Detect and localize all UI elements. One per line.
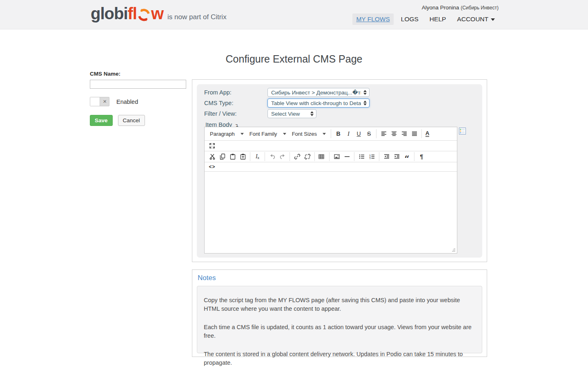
fullscreen-button[interactable] [207, 141, 217, 151]
select-arrows-icon [363, 101, 367, 105]
text-color-button[interactable]: A [424, 129, 434, 139]
resize-handle-icon[interactable] [451, 248, 456, 252]
indent-icon [394, 153, 400, 160]
toggle-knob [90, 97, 100, 106]
pilcrow-button[interactable]: ¶ [416, 152, 427, 162]
notes-paragraph: The content is stored in a global conten… [204, 350, 475, 367]
redo-icon [279, 153, 286, 160]
enabled-toggle[interactable]: × [90, 97, 109, 106]
undo-button[interactable] [267, 152, 277, 162]
notes-panel: Notes Copy the script tag from the MY FL… [192, 269, 487, 357]
align-left-button[interactable] [379, 129, 389, 139]
align-center-icon [391, 130, 397, 137]
svg-text:3: 3 [369, 157, 370, 159]
select-arrows-icon [363, 90, 367, 95]
blockquote-button[interactable]: “ [402, 152, 412, 162]
blockquote-icon: “ [404, 157, 409, 161]
toolbar-separator [314, 152, 315, 161]
cancel-button[interactable]: Cancel [118, 115, 145, 126]
notes-paragraph: Copy the script tag from the MY FLOWS pa… [204, 296, 475, 313]
from-app-label: From App: [204, 89, 267, 96]
numbered-list-icon: 123 [369, 153, 375, 160]
toolbar-separator [354, 152, 354, 161]
font-sizes-dropdown[interactable]: Font Sizes [289, 129, 329, 139]
page-title: Configure External CMS Page [0, 53, 588, 65]
align-center-button[interactable] [389, 129, 399, 139]
redo-button[interactable] [277, 152, 287, 162]
filter-view-label: Filter / View: [204, 110, 267, 117]
italic-button[interactable]: I [343, 129, 354, 139]
filter-view-select[interactable]: Select View [267, 109, 316, 118]
image-button[interactable] [332, 152, 342, 162]
align-right-icon [401, 130, 408, 137]
unlink-button[interactable] [302, 152, 312, 162]
editor-content-area[interactable] [205, 172, 457, 253]
logo-text-red: fl [128, 4, 137, 23]
bullet-list-button[interactable] [356, 152, 367, 162]
text-color-icon: A [425, 130, 430, 137]
user-org: (Сибирь Инвест) [461, 5, 499, 11]
account-caret-icon [491, 18, 495, 21]
chevron-down-icon [241, 133, 244, 135]
logo-text-red2: w [151, 4, 163, 23]
from-app-select[interactable]: Сибирь Инвест > Демонстрац...�тво [267, 88, 370, 97]
cut-icon [209, 153, 216, 160]
source-code-button[interactable]: <> [207, 162, 217, 172]
font-family-dropdown[interactable]: Font Family [247, 129, 289, 139]
toolbar-separator [265, 152, 265, 161]
remove-format-button[interactable]: Ix [252, 152, 263, 162]
nav-item-logs[interactable]: LOGS [397, 13, 422, 25]
config-panel: From App: Сибирь Инвест > Демонстрац...�… [192, 79, 487, 262]
paragraph-dropdown[interactable]: Paragraph [207, 129, 247, 139]
align-justify-button[interactable] [409, 129, 419, 139]
chevron-down-icon [323, 133, 326, 135]
nav-item-account[interactable]: ACCOUNT [453, 13, 499, 25]
paste-button[interactable] [227, 152, 238, 162]
user-info: Alyona Pronina (Сибирь Инвест) [352, 4, 499, 11]
fullscreen-icon [209, 143, 215, 149]
cms-type-select[interactable]: Table View with click-through to Deta [267, 99, 370, 108]
outdent-button[interactable] [381, 152, 392, 162]
toolbar-separator [376, 129, 376, 138]
chevron-down-icon [283, 133, 286, 135]
paste-icon [229, 153, 236, 160]
source-code-icon: <> [209, 164, 215, 170]
cms-name-input[interactable] [90, 80, 186, 89]
logo-text-dark: globi [91, 4, 128, 23]
globiflow-logo[interactable]: globiflw is now part of Citrix [91, 4, 227, 23]
toolbar-separator [329, 152, 330, 161]
hr-icon [344, 153, 350, 160]
table-button[interactable] [317, 152, 327, 162]
toggle-x-icon: × [103, 98, 107, 105]
undo-icon [269, 153, 276, 160]
nav-item-help[interactable]: HELP [426, 13, 450, 25]
numbered-list-button[interactable]: 123 [367, 152, 377, 162]
horizontal-rule-button[interactable] [342, 152, 352, 162]
toolbar-separator [421, 129, 422, 138]
toolbar-separator [250, 152, 250, 161]
table-icon [318, 153, 325, 160]
link-button[interactable] [292, 152, 302, 162]
indent-button[interactable] [392, 152, 402, 162]
save-button[interactable]: Save [90, 115, 113, 126]
copy-icon [219, 153, 226, 160]
cms-type-label: CMS Type: [204, 100, 267, 106]
toolbar-separator [379, 152, 379, 161]
copy-button[interactable] [217, 152, 227, 162]
align-right-button[interactable] [399, 129, 409, 139]
bullet-list-icon [359, 153, 365, 160]
cut-button[interactable] [207, 152, 217, 162]
strikethrough-button[interactable]: S [364, 129, 374, 139]
config-panel-inner: From App: Сибирь Инвест > Демонстрац...�… [197, 84, 482, 258]
link-icon [294, 153, 301, 160]
notes-title: Notes [198, 274, 487, 282]
paste-text-button[interactable] [238, 152, 248, 162]
user-name: Alyona Pronina [422, 4, 459, 11]
toolbar-separator [290, 152, 290, 161]
underline-button[interactable]: U [354, 129, 364, 139]
nav-item-my-flows[interactable]: MY FLOWS [352, 13, 393, 25]
main-nav: MY FLOWS LOGS HELP ACCOUNT [352, 13, 499, 25]
bold-button[interactable]: B [333, 129, 343, 139]
app-header: globiflw is now part of Citrix Alyona Pr… [0, 0, 588, 29]
token-list-icon[interactable] [459, 128, 466, 135]
